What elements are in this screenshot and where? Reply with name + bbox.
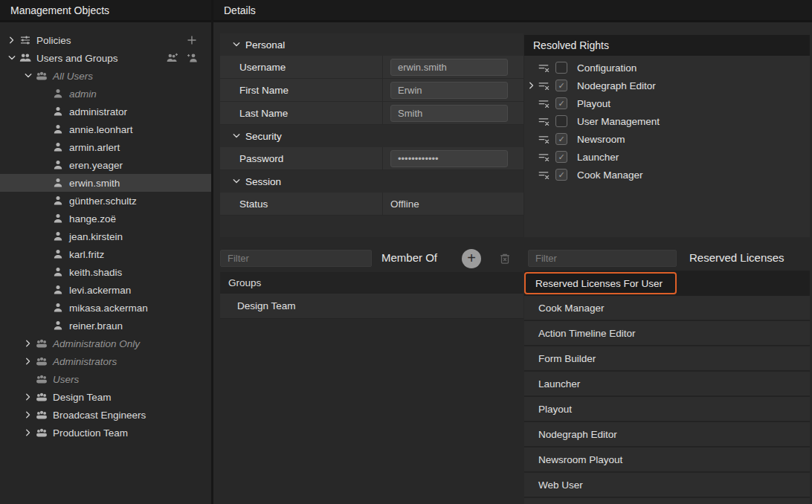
reserved-licenses-for-user-highlight[interactable]: Reserved Licenses For User: [524, 272, 677, 294]
reserved-licenses-filter-input[interactable]: [528, 250, 677, 267]
license-row-launcher[interactable]: Launcher: [524, 372, 810, 397]
app-window: Management Objects Policies Users and Gr…: [0, 0, 812, 504]
license-row-nodegraph-editor[interactable]: Nodegraph Editor: [524, 422, 810, 448]
license-row-form-builder[interactable]: Form Builder: [524, 346, 810, 372]
tree-item-administration-only[interactable]: Administration Only: [0, 335, 211, 352]
tree-item-user-annie-leonhart[interactable]: annie.leonhart: [0, 120, 211, 138]
user-icon: [52, 230, 64, 242]
right-checkbox-unchecked[interactable]: [555, 115, 567, 127]
right-item-newsroom[interactable]: ✓ Newsroom: [524, 130, 810, 148]
tree-item-user-armin-arlert[interactable]: armin.arlert: [0, 138, 211, 156]
tree-item-user-jean-kirstein[interactable]: jean.kirstein: [0, 227, 211, 245]
resolved-rights-list: Configuration ✓ Nodegraph Editor ✓ Playo…: [524, 56, 810, 184]
license-row-web-user[interactable]: Web User: [524, 473, 810, 498]
tree-item-user-gunther-schultz[interactable]: günther.schultz: [0, 192, 211, 210]
details-content: Personal Username First Name Last Name S…: [213, 25, 812, 504]
right-checkbox-checked[interactable]: ✓: [555, 169, 567, 181]
tree-item-user-levi-ackerman[interactable]: levi.ackerman: [0, 281, 211, 299]
group-icon: [36, 391, 48, 403]
password-label: Password: [220, 147, 383, 169]
last-name-label: Last Name: [220, 102, 383, 124]
group-icon: [36, 337, 48, 349]
password-input[interactable]: [390, 150, 508, 167]
chevron-down-icon[interactable]: [232, 177, 241, 186]
add-user-icon[interactable]: [186, 52, 198, 64]
rights-icon: [538, 62, 550, 74]
right-checkbox-unchecked[interactable]: [555, 62, 567, 74]
right-checkbox-checked[interactable]: ✓: [555, 80, 567, 91]
license-row-cook-manager[interactable]: Cook Manager: [524, 296, 810, 321]
rights-icon: [538, 151, 550, 163]
license-row-playout[interactable]: Playout: [524, 397, 810, 422]
section-header-personal[interactable]: Personal: [220, 33, 523, 56]
right-checkbox-checked[interactable]: ✓: [555, 151, 567, 163]
tree-item-user-mikasa-ackerman[interactable]: mikasa.ackerman: [0, 299, 211, 317]
license-row-action-timeline-editor[interactable]: Action Timeline Editor: [524, 321, 810, 346]
tree-item-user-eren-yeager[interactable]: eren.yeager: [0, 156, 211, 174]
member-of-toolbar: Member Of +: [220, 250, 523, 269]
right-checkbox-checked[interactable]: ✓: [555, 133, 567, 145]
group-icon: [36, 409, 48, 421]
chevron-right-icon[interactable]: [527, 81, 536, 90]
tree-item-user-reiner-braun[interactable]: reiner.braun: [0, 317, 211, 335]
right-item-user-management[interactable]: User Management: [524, 112, 810, 130]
username-input[interactable]: [390, 59, 508, 76]
tree-item-design-team[interactable]: Design Team: [0, 388, 211, 406]
object-tree: Policies Users and Groups All Users: [0, 22, 211, 442]
chevron-right-icon[interactable]: [24, 357, 33, 366]
chevron-down-icon[interactable]: [232, 40, 241, 49]
chevron-right-icon[interactable]: [24, 428, 33, 437]
tree-item-user-hange-zoe[interactable]: hange.zoë: [0, 210, 211, 227]
chevron-right-icon[interactable]: [24, 392, 33, 401]
tree-item-production-team[interactable]: Production Team: [0, 424, 211, 442]
tree-item-user-keith-shadis[interactable]: keith.shadis: [0, 263, 211, 281]
member-of-filter-input[interactable]: [220, 250, 372, 267]
user-icon: [52, 248, 64, 260]
status-value: Offline: [390, 198, 419, 210]
chevron-down-icon[interactable]: [24, 71, 33, 80]
form-row-last-name: Last Name: [220, 102, 523, 125]
tree-item-users-group[interactable]: Users: [0, 370, 211, 388]
username-label: Username: [220, 56, 383, 78]
add-membership-button[interactable]: +: [462, 249, 481, 268]
chevron-right-icon[interactable]: [24, 410, 33, 419]
tree-item-broadcast-engineers[interactable]: Broadcast Engineers: [0, 406, 211, 424]
tree-item-user-erwin-smith-selected[interactable]: erwin.smith: [0, 174, 211, 192]
management-objects-panel: Management Objects Policies Users and Gr…: [0, 0, 213, 504]
sidebar-titlebar: Management Objects: [0, 0, 211, 22]
users-and-groups-icon: [19, 52, 31, 64]
section-header-session[interactable]: Session: [220, 170, 523, 193]
tree-item-administrators[interactable]: Administrators: [0, 352, 211, 370]
right-item-configuration[interactable]: Configuration: [524, 59, 810, 77]
chevron-right-icon[interactable]: [7, 36, 16, 45]
tree-item-policies[interactable]: Policies: [0, 31, 211, 49]
right-item-launcher[interactable]: ✓ Launcher: [524, 148, 810, 166]
right-item-cook-manager[interactable]: ✓ Cook Manager: [524, 166, 810, 184]
chevron-down-icon[interactable]: [7, 54, 16, 62]
right-item-playout[interactable]: ✓ Playout: [524, 94, 810, 112]
tree-item-user-administrator[interactable]: administrator: [0, 103, 211, 120]
form-row-status: Status Offline: [220, 193, 523, 216]
right-checkbox-checked[interactable]: ✓: [555, 97, 567, 109]
details-titlebar: Details: [213, 0, 812, 22]
tree-item-all-users[interactable]: All Users: [0, 67, 211, 85]
remove-membership-trash-icon[interactable]: [498, 252, 512, 265]
first-name-input[interactable]: [390, 82, 508, 99]
tree-item-user-karl-fritz[interactable]: karl.fritz: [0, 245, 211, 263]
chevron-right-icon[interactable]: [24, 339, 33, 348]
user-icon: [52, 106, 64, 117]
sidebar-title: Management Objects: [10, 4, 109, 16]
reserved-licenses-panel: Reserved Licenses Reserved Licenses For …: [524, 250, 810, 504]
tree-item-users-and-groups[interactable]: Users and Groups: [0, 49, 211, 67]
tree-item-user-admin[interactable]: admin: [0, 85, 211, 103]
last-name-input[interactable]: [390, 105, 508, 122]
user-icon: [52, 195, 64, 207]
user-icon: [52, 284, 64, 296]
right-item-nodegraph-editor[interactable]: ✓ Nodegraph Editor: [524, 77, 810, 94]
license-row-newsroom-playout[interactable]: Newsroom Playout: [524, 448, 810, 473]
add-group-icon[interactable]: [167, 52, 178, 64]
group-membership-row[interactable]: Design Team: [220, 294, 523, 319]
add-policy-icon[interactable]: [186, 34, 198, 46]
section-header-security[interactable]: Security: [220, 125, 523, 147]
chevron-down-icon[interactable]: [232, 132, 241, 140]
